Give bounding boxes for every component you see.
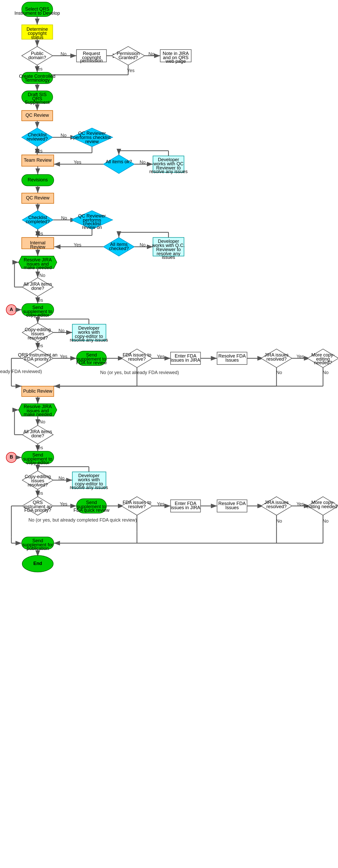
svg-text:Granted?: Granted?	[118, 55, 138, 60]
svg-text:review: review	[85, 139, 99, 144]
svg-text:QC Review: QC Review	[25, 113, 49, 118]
svg-text:Public Review: Public Review	[23, 389, 53, 394]
svg-text:web page: web page	[166, 59, 186, 64]
svg-text:No: No	[276, 519, 282, 524]
svg-text:Yes: Yes	[127, 68, 135, 73]
svg-text:checked?: checked?	[109, 246, 129, 251]
svg-text:Yes: Yes	[35, 148, 43, 153]
svg-text:FDA for review: FDA for review	[76, 360, 107, 365]
svg-text:End: End	[33, 561, 42, 566]
svg-text:No: No	[323, 519, 329, 524]
svg-text:issues in JIRA: issues in JIRA	[171, 358, 200, 363]
svg-text:Yes: Yes	[35, 445, 43, 450]
svg-text:Yes: Yes	[74, 160, 81, 165]
svg-text:resolved?: resolved?	[266, 504, 286, 509]
svg-text:No: No	[323, 370, 329, 375]
svg-text:domain?: domain?	[28, 55, 46, 60]
svg-text:No (or yes, but already comple: No (or yes, but already completed FDA qu…	[28, 518, 137, 523]
svg-text:No: No	[39, 273, 45, 278]
svg-text:A: A	[9, 307, 13, 312]
svg-text:QC Review: QC Review	[26, 195, 50, 200]
svg-text:FDA priority?: FDA priority?	[24, 507, 51, 513]
svg-text:Terminology: Terminology	[25, 78, 50, 83]
svg-text:No: No	[140, 160, 146, 165]
svg-text:needed?: needed?	[314, 360, 332, 365]
svg-text:Yes: Yes	[157, 354, 165, 359]
svg-text:Yes: Yes	[74, 242, 81, 247]
svg-text:make needed: make needed	[24, 412, 52, 417]
svg-text:Yes: Yes	[157, 501, 165, 506]
svg-text:done?: done?	[31, 433, 44, 438]
svg-text:resolve?: resolve?	[128, 356, 146, 362]
svg-text:Yes: Yes	[35, 491, 43, 496]
svg-text:No: No	[60, 52, 66, 57]
svg-text:No: No	[58, 475, 64, 481]
svg-text:resolved?: resolved?	[28, 335, 48, 340]
svg-text:completed?: completed?	[26, 219, 50, 224]
svg-text:done?: done?	[31, 286, 44, 291]
svg-text:Yes: Yes	[35, 298, 43, 303]
svg-text:resolved?: resolved?	[266, 356, 286, 362]
svg-text:FDA quick review: FDA quick review	[74, 507, 110, 513]
svg-text:Team Review: Team Review	[24, 158, 52, 163]
svg-text:resolve any issues: resolve any issues	[149, 169, 188, 174]
svg-text:Issues: Issues	[225, 505, 239, 510]
svg-text:reviewed?: reviewed?	[27, 136, 48, 142]
svg-text:No: No	[61, 215, 67, 221]
svg-text:permission: permission	[80, 58, 103, 63]
svg-text:No (or yes, but already FDA re: No (or yes, but already FDA reviewed)	[100, 370, 179, 375]
svg-text:Yes: Yes	[60, 501, 67, 506]
svg-text:FDA priority?: FDA priority?	[24, 356, 51, 362]
svg-text:All items ok?: All items ok?	[106, 159, 132, 164]
select-qrs-label2: Instrument to Develop	[15, 10, 60, 16]
svg-text:B: B	[9, 455, 13, 460]
svg-text:Yes: Yes	[35, 343, 43, 348]
svg-text:Revisions: Revisions	[28, 177, 48, 182]
svg-text:Yes: Yes	[297, 354, 304, 359]
flowchart-container: Select QRS Instrument to Develop Determi…	[0, 0, 338, 868]
svg-text:editing needed?: editing needed?	[306, 504, 338, 509]
svg-text:Review: Review	[30, 244, 46, 250]
svg-text:Yes: Yes	[297, 501, 304, 506]
svg-text:No: No	[58, 328, 64, 333]
svg-text:resolve any issues: resolve any issues	[70, 337, 108, 343]
svg-text:review on: review on	[82, 225, 102, 230]
svg-text:resolve any issues: resolve any issues	[70, 485, 108, 490]
svg-text:issues in JIRA: issues in JIRA	[171, 505, 200, 510]
svg-text:No (or yes, but already FDA re: No (or yes, but already FDA reviewed)	[0, 369, 42, 374]
svg-text:No: No	[148, 52, 154, 57]
svg-text:Yes: Yes	[35, 66, 43, 71]
svg-text:status: status	[31, 35, 44, 40]
svg-text:No: No	[60, 133, 66, 138]
svg-text:issues: issues	[162, 255, 175, 260]
svg-text:No: No	[140, 242, 146, 247]
svg-text:resolved?: resolved?	[28, 482, 48, 488]
svg-text:resolve?: resolve?	[128, 504, 146, 509]
svg-text:Yes: Yes	[35, 231, 43, 236]
svg-text:No: No	[39, 419, 45, 425]
svg-text:Issues: Issues	[225, 358, 239, 363]
svg-text:No: No	[276, 370, 282, 375]
svg-text:Yes: Yes	[60, 354, 67, 359]
